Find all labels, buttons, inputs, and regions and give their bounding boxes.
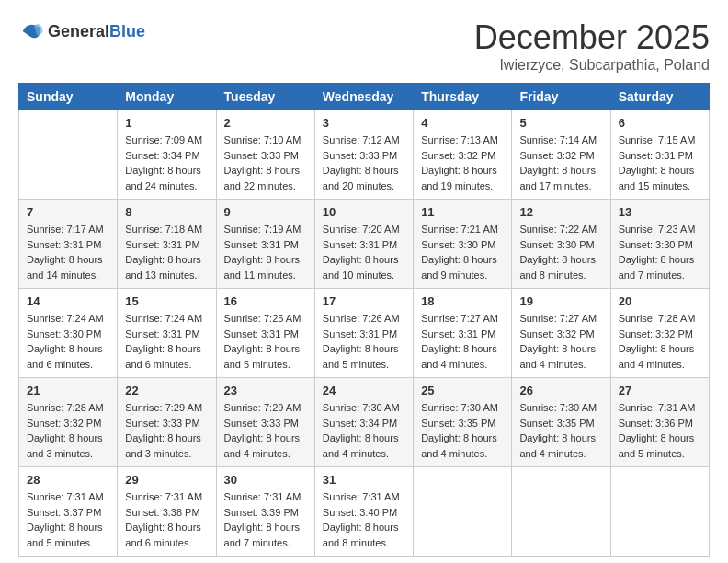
- table-row: [610, 467, 709, 557]
- sunset-text: Sunset: 3:30 PM: [519, 237, 602, 253]
- sunrise-text: Sunrise: 7:20 AM: [323, 222, 405, 237]
- daylight-text: Daylight: 8 hours and 7 minutes.: [224, 520, 307, 550]
- sunset-text: Sunset: 3:31 PM: [323, 237, 405, 253]
- day-number: 4: [421, 116, 504, 130]
- day-number: 17: [323, 294, 405, 308]
- day-info: Sunrise: 7:21 AMSunset: 3:30 PMDaylight:…: [421, 222, 504, 282]
- sunset-text: Sunset: 3:32 PM: [421, 148, 504, 164]
- table-row: 19Sunrise: 7:27 AMSunset: 3:32 PMDayligh…: [512, 289, 610, 378]
- sunset-text: Sunset: 3:33 PM: [323, 148, 405, 164]
- sunrise-text: Sunrise: 7:24 AM: [125, 311, 208, 327]
- table-row: 2Sunrise: 7:10 AMSunset: 3:33 PMDaylight…: [216, 110, 314, 200]
- day-number: 10: [323, 205, 405, 219]
- sunrise-text: Sunrise: 7:29 AM: [224, 400, 307, 416]
- header-saturday: Saturday: [610, 84, 709, 110]
- table-row: 1Sunrise: 7:09 AMSunset: 3:34 PMDaylight…: [118, 110, 216, 200]
- daylight-text: Daylight: 8 hours and 4 minutes.: [323, 431, 405, 461]
- table-row: [19, 110, 118, 200]
- daylight-text: Daylight: 8 hours and 5 minutes.: [27, 520, 109, 550]
- daylight-text: Daylight: 8 hours and 4 minutes.: [519, 431, 602, 461]
- table-row: 26Sunrise: 7:30 AMSunset: 3:35 PMDayligh…: [512, 378, 610, 467]
- sunset-text: Sunset: 3:34 PM: [323, 416, 405, 431]
- daylight-text: Daylight: 8 hours and 6 minutes.: [27, 341, 109, 372]
- daylight-text: Daylight: 8 hours and 4 minutes.: [421, 431, 504, 461]
- day-number: 25: [421, 384, 504, 397]
- daylight-text: Daylight: 8 hours and 19 minutes.: [421, 163, 504, 193]
- table-row: 23Sunrise: 7:29 AMSunset: 3:33 PMDayligh…: [216, 378, 314, 467]
- logo-blue: Blue: [109, 22, 145, 40]
- daylight-text: Daylight: 8 hours and 4 minutes.: [619, 341, 701, 372]
- sunrise-text: Sunrise: 7:17 AM: [27, 222, 109, 237]
- sunset-text: Sunset: 3:35 PM: [519, 416, 602, 431]
- day-info: Sunrise: 7:09 AMSunset: 3:34 PMDaylight:…: [125, 132, 208, 193]
- daylight-text: Daylight: 8 hours and 20 minutes.: [323, 163, 405, 193]
- sunrise-text: Sunrise: 7:15 AM: [619, 132, 701, 148]
- table-row: 14Sunrise: 7:24 AMSunset: 3:30 PMDayligh…: [19, 289, 118, 378]
- day-number: 29: [125, 473, 208, 487]
- sunrise-text: Sunrise: 7:13 AM: [421, 132, 504, 148]
- header-monday: Monday: [118, 84, 216, 110]
- table-row: 20Sunrise: 7:28 AMSunset: 3:32 PMDayligh…: [610, 289, 709, 378]
- day-info: Sunrise: 7:28 AMSunset: 3:32 PMDaylight:…: [619, 311, 701, 372]
- day-number: 12: [519, 205, 602, 219]
- header-friday: Friday: [512, 84, 610, 110]
- table-row: 18Sunrise: 7:27 AMSunset: 3:31 PMDayligh…: [414, 289, 512, 378]
- sunrise-text: Sunrise: 7:18 AM: [125, 222, 208, 237]
- daylight-text: Daylight: 8 hours and 8 minutes.: [519, 252, 602, 282]
- day-info: Sunrise: 7:29 AMSunset: 3:33 PMDaylight:…: [125, 400, 208, 461]
- table-row: 9Sunrise: 7:19 AMSunset: 3:31 PMDaylight…: [216, 200, 314, 289]
- daylight-text: Daylight: 8 hours and 6 minutes.: [125, 341, 208, 372]
- day-number: 8: [125, 205, 208, 219]
- table-row: [512, 467, 610, 557]
- table-row: 5Sunrise: 7:14 AMSunset: 3:32 PMDaylight…: [512, 110, 610, 200]
- calendar-week-row: 14Sunrise: 7:24 AMSunset: 3:30 PMDayligh…: [19, 289, 710, 378]
- header-tuesday: Tuesday: [216, 84, 314, 110]
- calendar-week-row: 28Sunrise: 7:31 AMSunset: 3:37 PMDayligh…: [19, 467, 710, 557]
- day-number: 9: [224, 205, 307, 219]
- sunrise-text: Sunrise: 7:29 AM: [125, 400, 208, 416]
- day-number: 16: [224, 294, 307, 308]
- day-info: Sunrise: 7:28 AMSunset: 3:32 PMDaylight:…: [27, 400, 109, 461]
- sunset-text: Sunset: 3:30 PM: [421, 237, 504, 253]
- table-row: 10Sunrise: 7:20 AMSunset: 3:31 PMDayligh…: [314, 200, 413, 289]
- table-row: 11Sunrise: 7:21 AMSunset: 3:30 PMDayligh…: [414, 200, 512, 289]
- day-number: 24: [323, 384, 405, 397]
- sunrise-text: Sunrise: 7:31 AM: [27, 489, 109, 505]
- daylight-text: Daylight: 8 hours and 5 minutes.: [224, 341, 307, 372]
- day-info: Sunrise: 7:27 AMSunset: 3:31 PMDaylight:…: [421, 311, 504, 372]
- day-info: Sunrise: 7:23 AMSunset: 3:30 PMDaylight:…: [619, 222, 701, 282]
- sunset-text: Sunset: 3:31 PM: [27, 237, 109, 253]
- day-number: 22: [125, 384, 208, 397]
- table-row: 31Sunrise: 7:31 AMSunset: 3:40 PMDayligh…: [314, 467, 413, 557]
- sunrise-text: Sunrise: 7:23 AM: [619, 222, 701, 237]
- day-number: 19: [519, 294, 602, 308]
- daylight-text: Daylight: 8 hours and 17 minutes.: [519, 163, 602, 193]
- day-number: 30: [224, 473, 307, 487]
- table-row: 8Sunrise: 7:18 AMSunset: 3:31 PMDaylight…: [118, 200, 216, 289]
- table-row: 16Sunrise: 7:25 AMSunset: 3:31 PMDayligh…: [216, 289, 314, 378]
- day-number: 1: [125, 116, 208, 130]
- table-row: 25Sunrise: 7:30 AMSunset: 3:35 PMDayligh…: [414, 378, 512, 467]
- day-number: 6: [619, 116, 701, 130]
- daylight-text: Daylight: 8 hours and 4 minutes.: [224, 431, 307, 461]
- day-info: Sunrise: 7:31 AMSunset: 3:40 PMDaylight:…: [323, 489, 405, 550]
- daylight-text: Daylight: 8 hours and 5 minutes.: [619, 431, 701, 461]
- table-row: 6Sunrise: 7:15 AMSunset: 3:31 PMDaylight…: [610, 110, 709, 200]
- sunset-text: Sunset: 3:32 PM: [519, 148, 602, 164]
- header-sunday: Sunday: [19, 84, 118, 110]
- day-number: 7: [27, 205, 109, 219]
- day-info: Sunrise: 7:25 AMSunset: 3:31 PMDaylight:…: [224, 311, 307, 372]
- calendar-week-row: 21Sunrise: 7:28 AMSunset: 3:32 PMDayligh…: [19, 378, 710, 467]
- daylight-text: Daylight: 8 hours and 6 minutes.: [125, 520, 208, 550]
- sunset-text: Sunset: 3:33 PM: [125, 416, 208, 431]
- sunset-text: Sunset: 3:35 PM: [421, 416, 504, 431]
- logo-general: General: [48, 22, 109, 40]
- day-info: Sunrise: 7:30 AMSunset: 3:35 PMDaylight:…: [421, 400, 504, 461]
- daylight-text: Daylight: 8 hours and 8 minutes.: [323, 520, 405, 550]
- day-number: 3: [323, 116, 405, 130]
- day-number: 26: [519, 384, 602, 397]
- daylight-text: Daylight: 8 hours and 4 minutes.: [421, 341, 504, 372]
- calendar-header-row: Sunday Monday Tuesday Wednesday Thursday…: [19, 84, 710, 110]
- day-number: 28: [27, 473, 109, 487]
- day-info: Sunrise: 7:31 AMSunset: 3:39 PMDaylight:…: [224, 489, 307, 550]
